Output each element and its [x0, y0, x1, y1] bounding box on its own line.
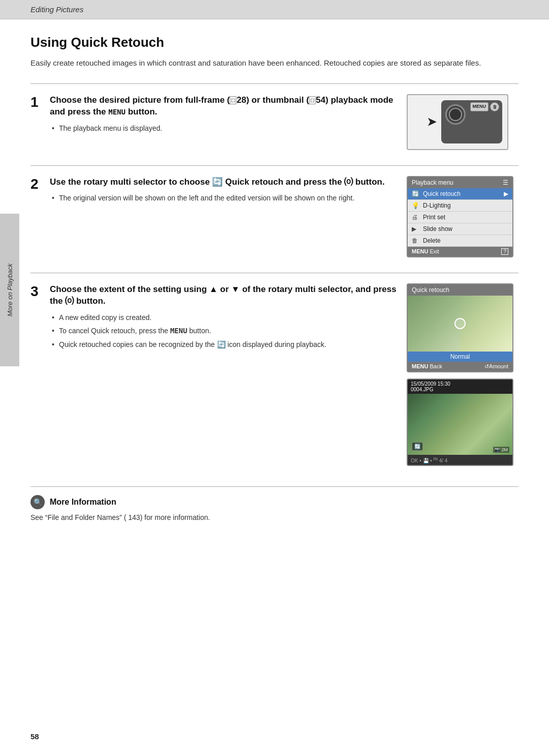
divider-2 [30, 165, 518, 166]
step-3-heading: Choose the extent of the setting using ▲… [50, 283, 396, 308]
delete-button: 🗑 [490, 102, 499, 111]
pm-icon-dlighting: 💡 [412, 202, 420, 209]
step-2: 2 Use the rotary multi selector to choos… [30, 176, 518, 257]
pm-icon-printset: 🖨 [412, 214, 420, 221]
step-2-bullet-1: The original version will be shown on th… [50, 193, 396, 203]
more-info-icon: 🔍 [30, 495, 45, 509]
camera-illustration: ➤ MENU 🗑 [407, 94, 508, 150]
pm-title: Playback menu [412, 179, 453, 186]
step-1-content: Choose the desired picture from full-fra… [50, 94, 407, 137]
main-content: Using Quick Retouch Easily create retouc… [0, 19, 549, 552]
step-2-content: Use the rotary multi selector to choose … [50, 176, 407, 207]
step-3: 3 Choose the extent of the setting using… [30, 283, 518, 466]
pm-row-dlighting: 💡 D-Lighting [408, 200, 512, 212]
step-1-image: ➤ MENU 🗑 [407, 94, 518, 150]
pm-icon-delete: 🗑 [412, 237, 420, 244]
step-1-bullet-1: The playback menu is displayed. [50, 123, 396, 133]
step-1-number: 1 [30, 94, 50, 109]
step-1-heading: Choose the desired picture from full-fra… [50, 94, 396, 119]
pt-header: 15/05/2009 15:30 0004.JPG [408, 380, 512, 394]
pm-label-slideshow: Slide show [423, 225, 452, 232]
playback-menu-box: Playback menu ☰ 🔄 Quick retouch ▶ 💡 D-Li… [407, 176, 513, 257]
pt-date: 15/05/2009 15:30 [411, 381, 509, 387]
qr-footer-amount: ↺Amount [484, 363, 508, 370]
step-3-images: Quick retouch Normal MENU Back ↺Amount [407, 283, 518, 466]
pt-footer-info: OK • 💾 • IN 4/ 4 [411, 456, 447, 463]
qr-image-area [408, 296, 512, 352]
qr-footer: MENU Back ↺Amount [408, 362, 512, 371]
menu-button: MENU [470, 102, 489, 111]
more-info-section: 🔍 More Information See “File and Folder … [30, 486, 518, 521]
page-description: Easily create retouched images in which … [30, 57, 518, 69]
page-title: Using Quick Retouch [30, 35, 518, 50]
pt-retouch-badge: 🔄 [412, 442, 423, 451]
pm-label-dlighting: D-Lighting [423, 202, 451, 209]
page-number: 58 [30, 732, 39, 741]
step-3-bullet-1: A new edited copy is created. [50, 312, 396, 323]
pm-label-delete: Delete [423, 237, 441, 244]
pm-arrow-quickretouch: ▶ [504, 190, 508, 197]
step-2-number: 2 [30, 176, 50, 191]
qr-footer-back: MENU Back [412, 363, 442, 370]
pm-icon-slideshow: ▶ [412, 225, 420, 232]
pt-footer: OK • 💾 • IN 4/ 4 [408, 455, 512, 465]
sidebar: More on Playback [0, 214, 19, 366]
pt-resolution-badge: 📷 2M [493, 447, 509, 453]
step-3-bullets: A new edited copy is created. To cancel … [50, 312, 396, 350]
pm-row-quickretouch: 🔄 Quick retouch ▶ [408, 188, 512, 200]
step-3-bullet-3: Quick retouched copies can be recognized… [50, 339, 396, 350]
top-bar: Editing Pictures [0, 0, 549, 19]
section-label: Editing Pictures [30, 5, 83, 14]
step-2-image: Playback menu ☰ 🔄 Quick retouch ▶ 💡 D-Li… [407, 176, 518, 257]
qr-selector-ring [454, 318, 466, 329]
pm-row-printset: 🖨 Print set [408, 212, 512, 223]
pm-label-quickretouch: Quick retouch [423, 190, 461, 197]
pt-filename: 0004.JPG [411, 387, 509, 392]
quick-retouch-box: Quick retouch Normal MENU Back ↺Amount [407, 283, 513, 372]
more-info-text: See “File and Folder Names” ( 143) for m… [30, 513, 518, 521]
step-1: 1 Choose the desired picture from full-f… [30, 94, 518, 150]
pm-footer-label: MENU Exit [412, 248, 439, 254]
sidebar-label: More on Playback [6, 264, 14, 316]
pm-icon-quickretouch: 🔄 [412, 190, 420, 197]
pm-row-delete: 🗑 Delete [408, 235, 512, 247]
step-3-content: Choose the extent of the setting using ▲… [50, 283, 407, 353]
photo-thumb-box: 15/05/2009 15:30 0004.JPG 🔄 📷 2M OK • 💾 … [407, 379, 513, 466]
camera-body: MENU 🗑 [441, 100, 502, 143]
step-1-bullets: The playback menu is displayed. [50, 123, 396, 133]
pm-row-slideshow: ▶ Slide show [408, 223, 512, 235]
pm-footer-question: ? [501, 248, 508, 255]
qr-normal-bar: Normal [408, 352, 512, 362]
divider-3 [30, 273, 518, 273]
divider-1 [30, 83, 518, 84]
step-3-number: 3 [30, 283, 50, 299]
more-info-header: 🔍 More Information [30, 495, 518, 509]
step-2-heading: Use the rotary multi selector to choose … [50, 176, 396, 188]
step-3-bullet-2: To cancel Quick retouch, press the MENU … [50, 326, 396, 336]
pt-image-area: 🔄 📷 2M [408, 394, 512, 455]
arrow-icon: ➤ [427, 115, 436, 129]
step-2-bullets: The original version will be shown on th… [50, 193, 396, 203]
more-info-title: More Information [50, 498, 116, 507]
pm-footer: MENU Exit ? [408, 247, 512, 256]
qr-header: Quick retouch [408, 284, 512, 296]
pm-header: Playback menu ☰ [408, 177, 512, 188]
pm-menu-icon: ☰ [503, 179, 508, 186]
pm-label-printset: Print set [423, 214, 445, 221]
